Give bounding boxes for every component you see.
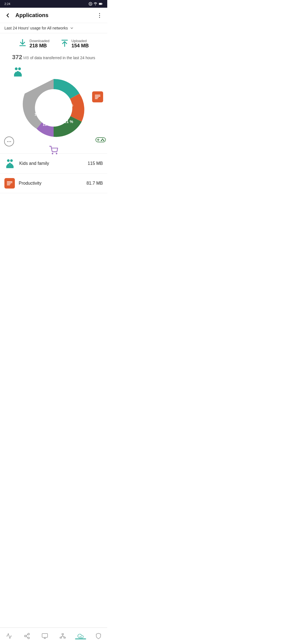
segment-label-gray: 15 % bbox=[34, 112, 43, 116]
svg-point-9 bbox=[15, 67, 18, 70]
kids-family-chart-icon bbox=[12, 67, 23, 78]
download-stat: Downloaded 218 MB bbox=[18, 39, 49, 49]
upload-value: 154 MB bbox=[72, 43, 89, 49]
app-bar: Applications bbox=[0, 8, 107, 23]
list-item[interactable]: Kids and family 115 MB bbox=[0, 154, 107, 174]
list-item[interactable]: Productivity 81.7 MB bbox=[0, 174, 107, 193]
list-item-value: 81.7 MB bbox=[86, 181, 103, 186]
download-info: Downloaded 218 MB bbox=[29, 39, 49, 49]
shopping-chart-icon bbox=[49, 146, 58, 155]
svg-point-10 bbox=[18, 67, 21, 70]
svg-point-23 bbox=[101, 140, 102, 141]
total-amount: 372 bbox=[12, 54, 22, 61]
segment-label-teal: 31 % bbox=[41, 96, 50, 100]
kids-family-icon bbox=[4, 158, 15, 169]
battery-icon bbox=[98, 2, 103, 6]
upload-icon bbox=[61, 39, 69, 49]
list-item-label: Productivity bbox=[19, 181, 82, 186]
upload-info: Uploaded 154 MB bbox=[72, 39, 89, 49]
filter-label: Last 24 Hours' usage for All networks bbox=[4, 26, 68, 30]
svg-point-26 bbox=[10, 159, 13, 162]
download-value: 218 MB bbox=[29, 43, 49, 49]
svg-point-1 bbox=[95, 5, 96, 5]
segment-label-green: 21 % bbox=[64, 119, 73, 124]
svg-rect-3 bbox=[99, 3, 101, 4]
list-item-value: 115 MB bbox=[88, 161, 103, 166]
productivity-icon bbox=[4, 178, 15, 189]
segment-label-purple: 11 % bbox=[43, 122, 51, 127]
svg-point-0 bbox=[90, 3, 91, 4]
status-time: 2:24 bbox=[4, 2, 10, 6]
summary-section: 372 MB of data transferred in the last 2… bbox=[0, 51, 107, 65]
svg-point-25 bbox=[7, 159, 10, 162]
svg-point-5 bbox=[99, 15, 100, 16]
status-icons bbox=[89, 2, 103, 6]
total-unit: MB bbox=[23, 56, 29, 60]
back-button[interactable] bbox=[2, 10, 13, 21]
chevron-down-icon bbox=[70, 26, 74, 30]
page-title: Applications bbox=[15, 12, 94, 18]
productivity-chart-icon bbox=[92, 91, 103, 102]
svg-point-16 bbox=[52, 153, 53, 154]
status-bar: 2:24 bbox=[0, 0, 107, 8]
svg-point-21 bbox=[102, 139, 103, 140]
donut-chart: ··· bbox=[21, 75, 87, 141]
download-label: Downloaded bbox=[29, 39, 49, 43]
upload-stat: Uploaded 154 MB bbox=[61, 39, 89, 49]
gaming-chart-icon bbox=[95, 136, 106, 144]
wifi-icon bbox=[94, 2, 97, 6]
summary-description: of data transferred in the last 24 hours bbox=[30, 56, 95, 60]
segment-label-orange: 22 % bbox=[64, 103, 73, 107]
app-list: Kids and family 115 MB Productivity 81.7… bbox=[0, 153, 107, 193]
upload-label: Uploaded bbox=[72, 39, 89, 43]
download-icon bbox=[18, 39, 27, 49]
other-chart-icon: ··· bbox=[4, 137, 14, 146]
list-item-label: Kids and family bbox=[19, 161, 84, 166]
svg-point-17 bbox=[56, 153, 57, 154]
svg-point-22 bbox=[103, 140, 104, 141]
stats-section: Downloaded 218 MB Uploaded 154 MB bbox=[0, 33, 107, 51]
time-display: 2:24 bbox=[4, 2, 10, 6]
svg-point-4 bbox=[99, 13, 100, 14]
svg-point-6 bbox=[99, 17, 100, 18]
settings-icon bbox=[89, 2, 92, 6]
more-options-button[interactable] bbox=[94, 10, 105, 21]
donut-svg: 31 % 22 % 21 % 11 % 15 % bbox=[21, 75, 87, 141]
filter-bar[interactable]: Last 24 Hours' usage for All networks bbox=[0, 23, 107, 33]
chart-area: ··· bbox=[0, 65, 107, 153]
